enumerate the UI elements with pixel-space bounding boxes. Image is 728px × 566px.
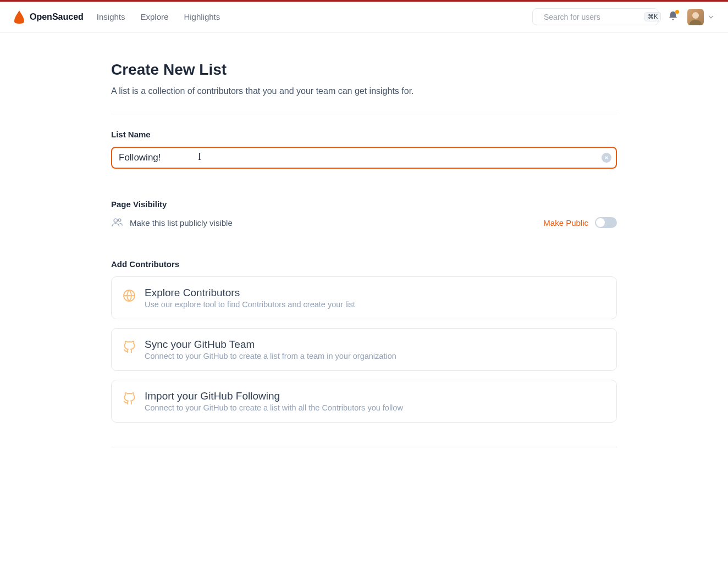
svg-point-4 [114,219,117,222]
option-desc: Use our explore tool to find Contributor… [145,300,355,309]
visibility-row: Make this list publicly visible Make Pub… [111,217,617,229]
svg-point-5 [118,219,121,221]
nav-highlights[interactable]: Highlights [184,12,220,21]
nav-explore[interactable]: Explore [141,12,169,21]
clear-input-button[interactable] [602,153,611,163]
option-explore-contributors[interactable]: Explore Contributors Use our explore too… [111,276,617,319]
divider [111,114,617,114]
option-desc: Connect to your GitHub to create a list … [145,352,396,360]
brand-logo-icon [13,10,25,24]
app-header: OpenSauced Insights Explore Highlights ⌘… [0,2,728,32]
notifications-button[interactable] [668,10,679,24]
github-icon [123,341,136,354]
list-name-label: List Name [111,130,617,139]
search-input[interactable] [544,13,640,21]
page-subtitle: A list is a collection of contributors t… [111,86,617,96]
divider [111,447,617,447]
visibility-label: Page Visibility [111,199,617,209]
brand-name: OpenSauced [30,12,84,22]
list-name-input-wrap [111,147,617,169]
visibility-toggle[interactable] [595,217,617,228]
option-title: Import your GitHub Following [145,390,403,402]
main-nav: Insights Explore Highlights [97,12,220,21]
option-title: Explore Contributors [145,287,355,299]
people-icon [111,217,123,229]
nav-insights[interactable]: Insights [97,12,125,21]
github-icon [123,392,136,406]
search-shortcut-badge: ⌘K [644,12,661,21]
notification-dot-icon [675,10,679,14]
make-public-label: Make Public [543,218,588,227]
option-desc: Connect to your GitHub to create a list … [145,403,403,412]
avatar [687,9,704,25]
globe-icon [123,289,136,302]
page-title: Create New List [111,61,617,79]
search-bar[interactable]: ⌘K [532,8,659,25]
option-sync-github-team[interactable]: Sync your GitHub Team Connect to your Gi… [111,328,617,371]
chevron-down-icon [707,13,715,21]
user-menu[interactable] [687,9,715,25]
main-content: Create New List A list is a collection o… [111,32,617,469]
visibility-desc: Make this list publicly visible [130,218,233,227]
close-icon [604,156,609,160]
list-name-input[interactable] [111,147,617,169]
add-contributors-label: Add Contributors [111,259,617,269]
option-title: Sync your GitHub Team [145,339,396,351]
brand[interactable]: OpenSauced [13,10,84,24]
option-import-github-following[interactable]: Import your GitHub Following Connect to … [111,380,617,423]
